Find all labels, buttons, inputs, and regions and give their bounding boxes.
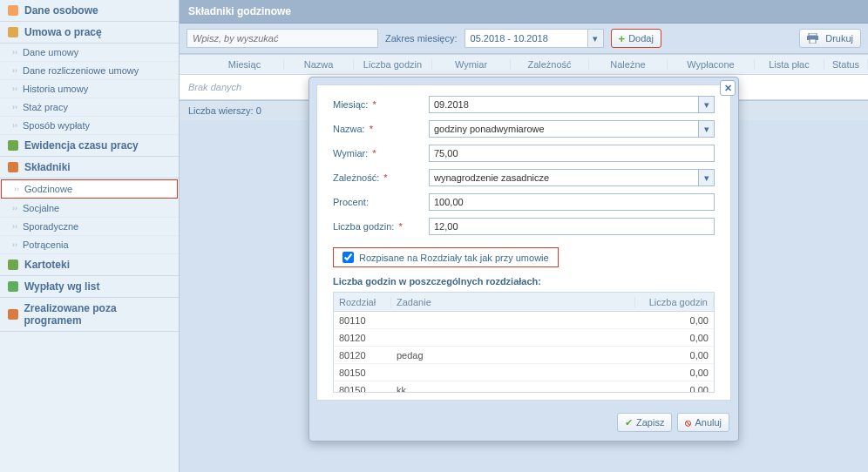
chevron-right-icon: ›› (12, 66, 17, 75)
sub-col-lg: Liczba godzin (635, 297, 714, 307)
rozpisane-checkbox[interactable] (342, 252, 354, 263)
panel-title: Składniki godzinowe (180, 0, 868, 24)
svg-rect-2 (8, 140, 18, 151)
chevron-down-icon[interactable]: ▾ (698, 170, 714, 185)
sidebar-item-dane-umowy[interactable]: ››Dane umowy (0, 44, 179, 62)
sidebar-item-socjalne[interactable]: ››Socjalne (0, 199, 179, 218)
chevron-down-icon[interactable]: ▾ (698, 97, 714, 112)
sidebar-item-sporadyczne[interactable]: ››Sporadyczne (0, 218, 179, 236)
sidebar-item-label: Dane rozliczeniowe umowy (23, 65, 139, 76)
sidebar-section-5[interactable]: Wypłaty wg list (0, 276, 179, 298)
grid-col-1[interactable]: Miesiąc (206, 59, 284, 70)
date-range-input[interactable] (465, 30, 587, 47)
sub-grid: Rozdział Zadanie Liczba godzin 801100,00… (333, 292, 715, 393)
sub-row[interactable]: 801200,00 (334, 329, 714, 347)
sidebar-item-historia-umowy[interactable]: ››Historia umowy (0, 80, 179, 98)
field-input-wymiar[interactable] (429, 145, 715, 162)
svg-rect-3 (8, 162, 18, 172)
cell-rozdzial: 80150 (334, 367, 391, 378)
field-row-wymiar: Wymiar: * (333, 145, 715, 162)
sub-grid-header: Rozdział Zadanie Liczba godzin (334, 293, 714, 312)
field-label-procent: Procent: (333, 197, 429, 207)
sidebar-item-label: Dane umowy (23, 47, 78, 57)
toolbar: Zakres miesięcy: ▾ + Dodaj Drukuj (180, 24, 868, 54)
cancel-button[interactable]: ⦸ Anuluj (677, 413, 729, 432)
sidebar-section-label: Dane osobowe (24, 4, 98, 17)
cell-rozdzial: 80120 (334, 333, 391, 343)
cell-lg: 0,00 (635, 333, 714, 343)
rozpisane-checkbox-label: Rozpisane na Rozdziały tak jak przy umow… (359, 253, 549, 263)
money-icon (7, 280, 19, 293)
print-button-label: Drukuj (825, 33, 853, 44)
list-icon (7, 161, 19, 173)
field-label-nazwa: Nazwa: * (333, 124, 429, 134)
sub-row[interactable]: 80120pedag0,00 (334, 347, 714, 364)
grid-col-7[interactable]: Wypłacone (668, 59, 755, 70)
field-input-liczba_godzin[interactable] (429, 218, 715, 235)
sidebar-item-label: Sporadyczne (23, 221, 78, 232)
field-row-liczba_godzin: Liczba godzin: * (333, 218, 715, 235)
print-button[interactable]: Drukuj (799, 29, 861, 48)
sub-grid-body[interactable]: 801100,00801200,0080120pedag0,00801500,0… (334, 312, 714, 392)
sub-grid-title: Liczba godzin w poszczególnych rozdziała… (333, 276, 715, 287)
chevron-right-icon: ›› (12, 48, 17, 57)
svg-rect-9 (810, 39, 816, 44)
sidebar-section-3[interactable]: Składniki (0, 157, 179, 179)
search-input[interactable] (186, 29, 378, 48)
sidebar-section-1[interactable]: Umowa o pracę (0, 22, 179, 44)
sidebar-section-0[interactable]: Dane osobowe (0, 0, 179, 22)
grid-col-6[interactable]: Należne (589, 59, 668, 70)
svg-rect-4 (8, 260, 18, 270)
sidebar-item-dane-rozliczeniowe-umowy[interactable]: ››Dane rozliczeniowe umowy (0, 62, 179, 80)
sidebar-item-label: Potrącenia (23, 239, 69, 250)
grid-col-3[interactable]: Liczba godzin (354, 59, 432, 70)
chevron-right-icon: ›› (12, 240, 17, 249)
field-row-zaleznosc: Zależność: *▾ (333, 169, 715, 186)
save-button[interactable]: ✔ Zapisz (617, 413, 672, 432)
date-range-combo[interactable]: ▾ (465, 29, 604, 48)
sub-row[interactable]: 801500,00 (334, 364, 714, 381)
sub-row[interactable]: 801100,00 (334, 312, 714, 329)
grid-col-9[interactable]: Status (824, 59, 868, 70)
field-input-procent[interactable] (429, 193, 715, 211)
chevron-right-icon: ›› (12, 121, 17, 130)
close-icon[interactable]: ✕ (720, 80, 736, 96)
grid-col-2[interactable]: Nazwa (284, 59, 354, 70)
sidebar-item-sposób-wypłaty[interactable]: ››Sposób wypłaty (0, 117, 179, 135)
grid-col-5[interactable]: Zależność (511, 59, 589, 70)
cell-rozdzial: 80150 (334, 385, 391, 393)
svg-rect-1 (8, 27, 18, 37)
sidebar-item-staż-pracy[interactable]: ››Staż pracy (0, 98, 179, 117)
sidebar-section-label: Składniki (24, 161, 71, 173)
chevron-down-icon[interactable]: ▾ (698, 121, 714, 137)
sidebar-item-godzinowe[interactable]: ››Godzinowe (1, 179, 178, 199)
chevron-down-icon[interactable]: ▾ (587, 30, 603, 47)
sidebar-section-4[interactable]: Kartoteki (0, 254, 179, 276)
clock-icon (7, 139, 19, 152)
rozpisane-checkbox-wrap[interactable]: Rozpisane na Rozdziały tak jak przy umow… (333, 247, 559, 267)
grid-col-8[interactable]: Lista płac (755, 59, 824, 70)
field-combo-nazwa[interactable]: ▾ (429, 120, 715, 138)
svg-rect-5 (8, 281, 18, 292)
cell-lg: 0,00 (635, 315, 714, 326)
sub-row[interactable]: 80150kk0,00 (334, 381, 714, 392)
add-button[interactable]: + Dodaj (611, 29, 661, 48)
sidebar-section-6[interactable]: Zrealizowane poza programem (0, 298, 179, 332)
field-combo-zaleznosc[interactable]: ▾ (429, 169, 715, 186)
sidebar-section-label: Kartoteki (24, 259, 70, 271)
chevron-right-icon: ›› (12, 204, 17, 212)
grid-header: MiesiącNazwaLiczba godzinWymiarZależność… (180, 54, 868, 75)
sidebar-item-label: Sposób wypłaty (23, 120, 90, 131)
sidebar-item-potrącenia[interactable]: ››Potrącenia (0, 236, 179, 254)
field-combo-miesiac[interactable]: ▾ (429, 96, 715, 113)
svg-rect-7 (809, 33, 817, 36)
grid-col-4[interactable]: Wymiar (432, 59, 511, 70)
field-input-nazwa[interactable] (430, 121, 698, 137)
sidebar-section-label: Zrealizowane poza programem (24, 302, 172, 327)
sidebar-section-label: Ewidencja czasu pracy (24, 139, 139, 152)
check-icon: ✔ (625, 417, 633, 428)
sidebar-section-2[interactable]: Ewidencja czasu pracy (0, 135, 179, 157)
field-input-miesiac[interactable] (430, 97, 698, 112)
sub-col-zadanie: Zadanie (391, 297, 635, 307)
field-input-zaleznosc[interactable] (430, 170, 698, 185)
